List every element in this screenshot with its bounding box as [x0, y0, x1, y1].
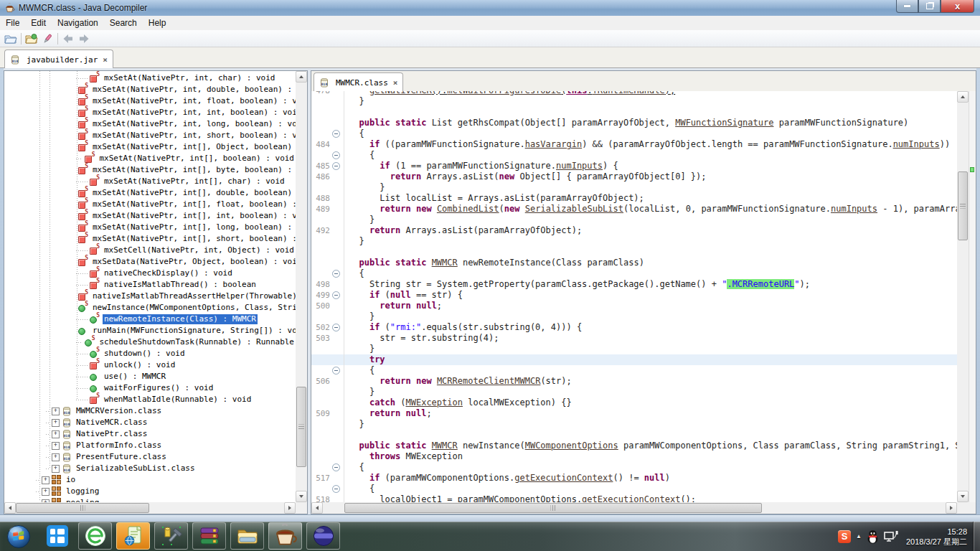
tree-item-pooling[interactable]: +pooling: [4, 497, 296, 502]
tree-item-mxsetat-nativeptr-int-byte-boolean-vo[interactable]: SmxSetAt(NativePtr, int[], byte, boolean…: [4, 164, 296, 176]
collapse-icon[interactable]: [332, 151, 340, 159]
code-line-485[interactable]: 485 if (1 == paramMWFunctionSignature.nu…: [311, 161, 957, 171]
code-line[interactable]: }: [311, 419, 957, 430]
gutter[interactable]: [311, 258, 344, 268]
editor-vertical-scrollbar[interactable]: [957, 91, 969, 502]
code-line[interactable]: {: [311, 128, 957, 139]
gutter[interactable]: 488: [311, 193, 344, 204]
back-button[interactable]: [60, 32, 76, 46]
gutter[interactable]: [311, 247, 344, 258]
tree-item-mxsetat-nativeptr-int-short-boolean-v[interactable]: SmxSetAt(NativePtr, int[], short, boolea…: [4, 233, 296, 245]
editor-horizontal-scrollbar[interactable]: [311, 502, 957, 514]
code-line-506[interactable]: 506 return new MCRRemoteClientMWMCR(str)…: [311, 376, 957, 387]
code-line[interactable]: }: [311, 96, 957, 107]
gutter[interactable]: 484: [311, 139, 344, 150]
overview-ruler[interactable]: [969, 91, 976, 502]
code-line[interactable]: throws MWException: [311, 451, 957, 462]
scroll-down-button[interactable]: [296, 491, 307, 502]
tree-item-mxsetat-nativeptr-int-int-boolean-voi[interactable]: SmxSetAt(NativePtr, int[], int, boolean)…: [4, 210, 296, 222]
window-titlebar[interactable]: MWMCR.class - Java Decompiler x: [0, 0, 980, 17]
gutter[interactable]: [311, 128, 344, 139]
collapse-icon[interactable]: [332, 130, 340, 138]
menu-edit[interactable]: Edit: [25, 17, 52, 29]
menu-navigation[interactable]: Navigation: [52, 17, 104, 29]
gutter[interactable]: [311, 311, 344, 322]
gutter[interactable]: [311, 182, 344, 193]
tree-item-newremoteinstance-class-mwmcr[interactable]: SnewRemoteInstance(Class) : MWMCR: [4, 314, 296, 325]
code-line-489[interactable]: 489 return new CombinedList(new Serializ…: [311, 204, 957, 215]
scroll-left-button[interactable]: [311, 502, 323, 514]
expand-icon[interactable]: +: [52, 419, 60, 427]
code-line-478[interactable]: 478 getNativeMCR().mclWaitForFiguresToDi…: [311, 91, 957, 96]
tree-item-runmain-mwfunctionsignature-string-void[interactable]: runMain(MWFunctionSignature, String[]) :…: [4, 325, 296, 336]
tree-scroll-thumb[interactable]: [296, 387, 306, 467]
tree-item-mxsetat-nativeptr-int-long-boolean-vo[interactable]: SmxSetAt(NativePtr, int[], long, boolean…: [4, 222, 296, 233]
show-desktop-button[interactable]: [973, 522, 980, 551]
code-line-484[interactable]: 484 if ((paramMWFunctionSignature.hasVar…: [311, 139, 957, 150]
open-file-button[interactable]: [3, 32, 19, 46]
gutter[interactable]: 500: [311, 301, 344, 311]
code-line[interactable]: public static MWMCR newInstance(MWCompon…: [311, 441, 957, 451]
code-line[interactable]: {: [311, 150, 957, 161]
gutter[interactable]: 518: [311, 494, 344, 502]
code-line[interactable]: try: [311, 354, 957, 365]
tree-item-nativeismatlabthread-boolean[interactable]: SnativeIsMatlabThread() : boolean: [4, 279, 296, 291]
search-pen-button[interactable]: [39, 32, 55, 46]
minimize-button[interactable]: [896, 0, 918, 13]
tree-item-mxsetat-nativeptr-int-double-boolean-vo[interactable]: SmxSetAt(NativePtr, int, double, boolean…: [4, 84, 296, 95]
tree-horizontal-scrollbar[interactable]: [4, 502, 296, 514]
app-winrar[interactable]: [192, 522, 226, 550]
scroll-up-button[interactable]: [296, 71, 307, 83]
tree-item-logging[interactable]: +logging: [4, 486, 296, 497]
taskbar-clock[interactable]: 15:28 2018/3/27 星期二: [906, 527, 967, 547]
hidden-icons-icon[interactable]: ▲: [856, 533, 862, 540]
gutter[interactable]: [311, 344, 344, 354]
tree-vertical-scrollbar[interactable]: [296, 71, 307, 502]
expand-icon[interactable]: +: [52, 408, 60, 415]
gutter[interactable]: [311, 430, 344, 441]
menu-search[interactable]: Search: [104, 17, 143, 29]
app-explorer[interactable]: [230, 522, 264, 550]
expand-icon[interactable]: +: [52, 430, 60, 438]
gutter[interactable]: 489: [311, 204, 344, 215]
code-line[interactable]: [311, 247, 957, 258]
code-line[interactable]: {: [311, 268, 957, 279]
gutter[interactable]: [311, 419, 344, 430]
code-line-517[interactable]: 517 if (paramMWComponentOptions.getExecu…: [311, 473, 957, 484]
close-button[interactable]: x: [941, 0, 974, 13]
code-line[interactable]: }: [311, 344, 957, 354]
code-line-486[interactable]: 486 return Arrays.asList(new Object[] { …: [311, 171, 957, 182]
code-viewport[interactable]: 478 getNativeMCR().mclWaitForFiguresToDi…: [311, 91, 957, 502]
qq-icon[interactable]: [867, 529, 879, 544]
gutter[interactable]: 506: [311, 376, 344, 387]
tab-javabuilder-jar[interactable]: 010 javabuilder.jar ×: [4, 50, 113, 69]
gutter[interactable]: 517: [311, 473, 344, 484]
collapse-icon[interactable]: [332, 291, 340, 299]
gutter[interactable]: [311, 107, 344, 118]
tree-item-serializablesublist-class[interactable]: +010SerializableSubList.class: [4, 463, 296, 474]
code-line-492[interactable]: 492 return Arrays.asList(paramArrayOfObj…: [311, 225, 957, 236]
gutter[interactable]: [311, 451, 344, 462]
collapse-icon[interactable]: [332, 162, 340, 170]
code-line[interactable]: }: [311, 387, 957, 397]
app-java-decompiler[interactable]: [268, 522, 302, 550]
tree-item-platforminfo-class[interactable]: +010PlatformInfo.class: [4, 440, 296, 451]
gutter[interactable]: 498: [311, 279, 344, 290]
code-line[interactable]: }: [311, 182, 957, 193]
expand-icon[interactable]: +: [42, 476, 50, 484]
app-notes[interactable]: [116, 522, 150, 550]
gutter[interactable]: [311, 215, 344, 225]
collapse-icon[interactable]: [332, 270, 340, 278]
scroll-right-button[interactable]: [946, 502, 957, 514]
tree-item-scheduleshutdowntask-runnable-runnable[interactable]: SscheduleShutdownTask(Runnable) : Runnab…: [4, 336, 296, 348]
tree-item-mxsetdata-nativeptr-object-boolean-void[interactable]: SmxSetData(NativePtr, Object, boolean) :…: [4, 256, 296, 268]
gutter[interactable]: [311, 236, 344, 247]
search-match-marker[interactable]: [970, 167, 974, 172]
tree-item-mxsetat-nativeptr-int-char-void[interactable]: SmxSetAt(NativePtr, int[], char) : void: [4, 176, 296, 187]
tree-item-unlock-void[interactable]: Sunlock() : void: [4, 359, 296, 371]
tree-item-mxsetat-nativeptr-int-float-boolean-v[interactable]: SmxSetAt(NativePtr, int[], float, boolea…: [4, 199, 296, 210]
gutter[interactable]: 486: [311, 171, 344, 182]
code-line[interactable]: }: [311, 215, 957, 225]
code-line[interactable]: {: [311, 462, 957, 473]
start-button[interactable]: [6, 524, 32, 550]
